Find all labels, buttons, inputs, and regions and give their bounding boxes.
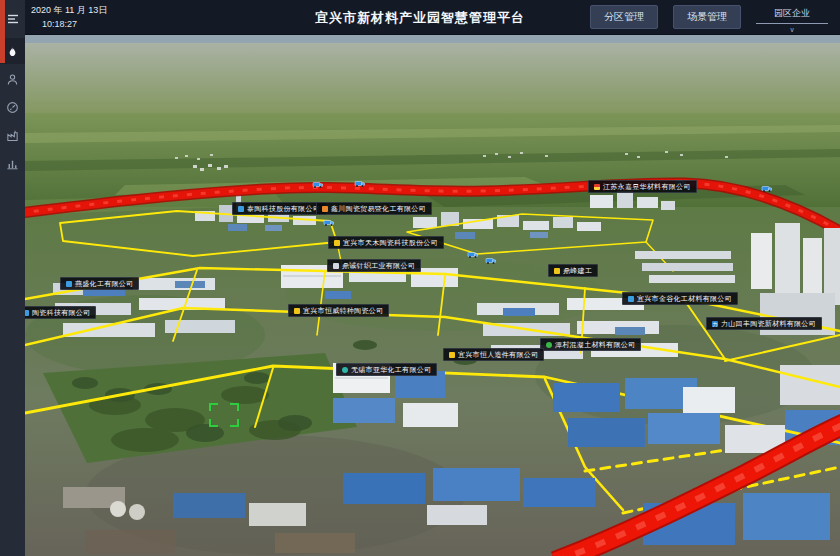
company-label-text: 无锡市亚华化工有限公司 bbox=[351, 364, 431, 375]
company-label-text: 泰陶科技股份有限公司 bbox=[247, 203, 320, 214]
company-map-label[interactable]: 宜兴市恒威特种陶瓷公司 bbox=[288, 304, 389, 317]
company-map-label[interactable]: 鼎诚针织工业有限公司 bbox=[327, 259, 421, 272]
company-label-text: 潭村混凝土材料有限公司 bbox=[555, 339, 635, 350]
company-marker-flag-icon bbox=[594, 184, 600, 190]
sidebar-item-statistics[interactable] bbox=[0, 150, 25, 176]
company-marker-icon bbox=[322, 206, 328, 212]
flame-icon bbox=[6, 45, 19, 58]
company-map-label[interactable]: 力 力山回丰陶瓷新材料有限公司 bbox=[706, 317, 822, 330]
person-icon bbox=[6, 73, 19, 86]
company-label-text: 宜兴市金谷化工材料有限公司 bbox=[637, 293, 732, 304]
company-label-text: 鑫川陶瓷贸易暨化工有限公司 bbox=[331, 203, 426, 214]
company-marker-icon bbox=[238, 206, 244, 212]
company-label-text: 宜兴市恒威特种陶瓷公司 bbox=[303, 305, 383, 316]
company-label-text: 宜兴市恒人造件有限公司 bbox=[458, 349, 538, 360]
sidebar-item-enterprise[interactable] bbox=[0, 122, 25, 148]
map-viewport[interactable]: 泰陶科技股份有限公司 鑫川陶瓷贸易暨化工有限公司 宜兴市天木陶瓷科技股份公司 鼎… bbox=[25, 35, 840, 556]
sidebar-item-monitor[interactable] bbox=[0, 94, 25, 120]
scene-management-button[interactable]: 场景管理 bbox=[673, 5, 741, 29]
park-enterprise-label: 园区企业 bbox=[756, 7, 828, 23]
company-map-label[interactable]: 宜兴市恒人造件有限公司 bbox=[443, 348, 544, 361]
company-map-label[interactable]: 无锡市亚华化工有限公司 bbox=[336, 363, 437, 376]
hamburger-icon bbox=[6, 13, 20, 25]
company-marker-icon bbox=[449, 352, 455, 358]
gauge-icon bbox=[6, 101, 19, 114]
company-marker-icon bbox=[66, 281, 72, 287]
active-accent-stripe bbox=[0, 0, 5, 63]
company-map-label[interactable]: 宜兴市天木陶瓷科技股份公司 bbox=[328, 236, 444, 249]
company-map-label[interactable]: 宜兴市金谷化工材料有限公司 bbox=[622, 292, 738, 305]
company-marker-icon bbox=[554, 268, 560, 274]
company-label-text: 江苏永嘉昱华材料有限公司 bbox=[603, 181, 691, 192]
dropdown-divider bbox=[756, 23, 828, 24]
company-marker-icon bbox=[628, 296, 634, 302]
company-label-text: 燕盛化工有限公司 bbox=[75, 278, 133, 289]
company-label-text: 陶瓷科技有限公司 bbox=[32, 307, 90, 318]
company-marker-icon bbox=[294, 308, 300, 314]
zone-management-button[interactable]: 分区管理 bbox=[590, 5, 658, 29]
company-map-label[interactable]: 鼎峰建工 bbox=[548, 264, 598, 277]
top-header: 2020 年 11 月 13日 10:18:27 宜兴市新材料产业园智慧管理平台… bbox=[0, 0, 840, 35]
company-map-label[interactable]: 潭村混凝土材料有限公司 bbox=[540, 338, 641, 351]
company-map-label[interactable]: 泰陶科技股份有限公司 bbox=[232, 202, 326, 215]
company-marker-icon bbox=[25, 310, 29, 316]
company-marker-icon bbox=[342, 367, 348, 373]
factory-icon bbox=[6, 129, 19, 142]
sidebar-item-personnel[interactable] bbox=[0, 66, 25, 92]
company-marker-icon bbox=[334, 240, 340, 246]
company-map-label[interactable]: 鑫川陶瓷贸易暨化工有限公司 bbox=[316, 202, 432, 215]
sidebar bbox=[0, 0, 25, 556]
bar-chart-icon bbox=[6, 157, 19, 170]
company-map-label[interactable]: 燕盛化工有限公司 bbox=[60, 277, 139, 290]
company-marker-icon bbox=[546, 342, 552, 348]
company-label-text: 宜兴市天木陶瓷科技股份公司 bbox=[343, 237, 438, 248]
company-label-text: 鼎峰建工 bbox=[563, 265, 592, 276]
smart-park-platform: 2020 年 11 月 13日 10:18:27 宜兴市新材料产业园智慧管理平台… bbox=[0, 0, 840, 556]
company-label-text: 力山回丰陶瓷新材料有限公司 bbox=[721, 318, 816, 329]
chevron-down-icon: ∨ bbox=[756, 26, 828, 34]
company-label-text: 鼎诚针织工业有限公司 bbox=[342, 260, 415, 271]
company-map-label[interactable]: 江苏永嘉昱华材料有限公司 bbox=[588, 180, 697, 193]
park-enterprise-dropdown[interactable]: 园区企业 ∨ bbox=[756, 5, 828, 34]
company-marker-icon: 力 bbox=[712, 321, 718, 327]
company-map-label[interactable]: 陶瓷科技有限公司 bbox=[25, 306, 96, 319]
company-marker-icon bbox=[333, 263, 339, 269]
